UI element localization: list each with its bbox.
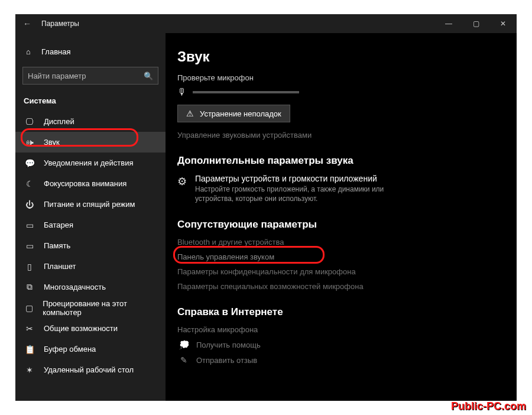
home-icon: ⌂ [22, 47, 34, 56]
sidebar-item-label: Питание и спящий режим [44, 200, 135, 209]
watermark: Public-PC.com [451, 400, 526, 413]
mixer-desc: Настройте громкость приложений, а также … [195, 184, 408, 203]
minimize-button[interactable]: — [435, 14, 462, 33]
get-help-link[interactable]: 💭 Получить помощь [177, 340, 505, 349]
manage-devices-link[interactable]: Управление звуковыми устройствами [177, 131, 505, 140]
sidebar-item-label: Звук [44, 138, 60, 147]
sidebar-item-battery[interactable]: ▭ Батарея [15, 215, 166, 235]
sidebar-item-focus[interactable]: ☾ Фокусировка внимания [15, 173, 166, 194]
battery-icon: ▭ [24, 221, 35, 230]
storage-icon: ▭ [24, 241, 35, 251]
window-title: Параметры [39, 20, 79, 28]
web-help-link[interactable]: Настройка микрофона [177, 325, 505, 334]
sidebar-item-sound[interactable]: 🕪 Звук [15, 132, 166, 153]
display-icon: 🖵 [24, 117, 35, 127]
remote-icon: ✶ [24, 365, 35, 375]
sidebar-item-multitask[interactable]: ⧉ Многозадачность [15, 277, 166, 297]
sidebar-item-label: Проецирование на этот компьютер [43, 299, 157, 317]
mixer-title: Параметры устройств и громкости приложен… [195, 174, 408, 183]
related-link-bluetooth[interactable]: Bluetooth и другие устройства [177, 238, 505, 247]
sidebar-item-tablet[interactable]: ▯ Планшет [15, 256, 166, 277]
web-help-heading: Справка в Интернете [177, 306, 505, 318]
sidebar-item-shared[interactable]: ✂ Общие возможности [15, 318, 166, 339]
feedback-icon: ✎ [177, 355, 190, 365]
back-button[interactable]: ← [15, 19, 39, 28]
page-title: Звук [177, 48, 505, 65]
sidebar-item-label: Удаленный рабочий стол [44, 365, 134, 374]
advanced-heading: Дополнительные параметры звука [177, 155, 505, 167]
sidebar-item-remote[interactable]: ✶ Удаленный рабочий стол [15, 359, 166, 380]
related-heading: Сопутствующие параметры [177, 219, 505, 231]
app-volume-link[interactable]: ⚙ Параметры устройств и громкости прилож… [177, 174, 505, 203]
microphone-icon: 🎙 [177, 87, 187, 98]
shared-icon: ✂ [24, 324, 35, 333]
sidebar-item-storage[interactable]: ▭ Память [15, 235, 166, 256]
sidebar-home-label: Главная [41, 47, 70, 56]
sidebar-item-label: Дисплей [44, 117, 74, 126]
search-placeholder: Найти параметр [28, 72, 144, 80]
clipboard-icon: 📋 [24, 345, 35, 354]
tablet-icon: ▯ [24, 262, 35, 271]
related-link-mic-accessibility[interactable]: Параметры специальных возможностей микро… [177, 282, 505, 291]
get-help-label: Получить помощь [196, 341, 261, 349]
maximize-button[interactable]: ▢ [462, 14, 489, 33]
sidebar-item-notifications[interactable]: 💬 Уведомления и действия [15, 153, 166, 173]
titlebar: ← Параметры — ▢ ✕ [15, 14, 517, 33]
sidebar: ⌂ Главная Найти параметр 🔍 Система 🖵 Дис… [15, 33, 166, 401]
mic-check-label: Проверьте микрофон [177, 73, 505, 82]
mic-test-row: 🎙 [177, 87, 505, 98]
sidebar-item-power[interactable]: ⏻ Питание и спящий режим [15, 194, 166, 215]
sidebar-item-label: Фокусировка внимания [44, 179, 126, 188]
help-icon: 💭 [177, 340, 190, 349]
sidebar-item-label: Общие возможности [44, 324, 118, 333]
close-button[interactable]: ✕ [489, 14, 517, 33]
sidebar-home[interactable]: ⌂ Главная [15, 44, 166, 60]
warning-icon: ⚠ [186, 109, 194, 118]
focus-icon: ☾ [24, 179, 35, 189]
mixer-icon: ⚙ [177, 175, 187, 188]
sidebar-item-label: Многозадачность [44, 283, 106, 291]
troubleshoot-label: Устранение неполадок [200, 109, 281, 118]
sidebar-item-label: Планшет [44, 262, 76, 271]
search-input[interactable]: Найти параметр 🔍 [22, 67, 158, 85]
multitask-icon: ⧉ [24, 282, 35, 292]
sidebar-item-label: Память [44, 241, 70, 250]
project-icon: ▢ [24, 303, 34, 313]
sidebar-item-label: Буфер обмена [44, 345, 96, 354]
settings-window: ← Параметры — ▢ ✕ ⌂ Главная Найти параме… [15, 14, 517, 401]
mic-level-bar [193, 91, 299, 93]
related-link-mic-privacy[interactable]: Параметры конфиденциальности для микрофо… [177, 267, 505, 276]
sidebar-item-label: Уведомления и действия [44, 158, 134, 167]
sidebar-section-label: Система [15, 93, 166, 111]
related-link-sound-panel[interactable]: Панель управления звуком [177, 252, 505, 261]
search-icon: 🔍 [144, 72, 153, 80]
sidebar-item-project[interactable]: ▢ Проецирование на этот компьютер [15, 297, 166, 318]
content-pane: Звук Проверьте микрофон 🎙 ⚠ Устранение н… [166, 33, 517, 401]
power-icon: ⏻ [24, 200, 35, 209]
sound-icon: 🕪 [24, 138, 35, 147]
sidebar-item-label: Батарея [44, 221, 73, 229]
feedback-link[interactable]: ✎ Отправить отзыв [177, 355, 505, 365]
sidebar-item-display[interactable]: 🖵 Дисплей [15, 111, 166, 132]
troubleshoot-button[interactable]: ⚠ Устранение неполадок [177, 105, 290, 122]
sidebar-item-clipboard[interactable]: 📋 Буфер обмена [15, 339, 166, 359]
notifications-icon: 💬 [24, 158, 35, 168]
feedback-label: Отправить отзыв [196, 356, 257, 365]
